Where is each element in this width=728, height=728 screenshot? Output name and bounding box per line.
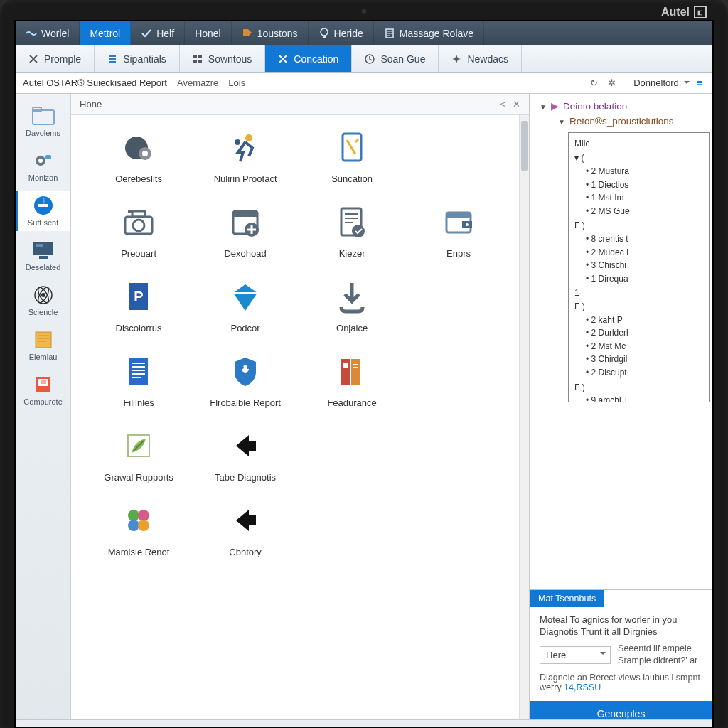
grid-item-nulirin-prootact[interactable]: Nulirin Prootact: [192, 128, 299, 184]
wave-icon: [26, 28, 37, 39]
grid-item-fililnles[interactable]: Fililnles: [85, 352, 192, 408]
menu-honel[interactable]: Honel: [185, 21, 232, 46]
menu-massage-rolave[interactable]: Massage Rolave: [374, 21, 484, 46]
bottom-select[interactable]: Here: [540, 646, 611, 664]
shield-icon: [226, 352, 264, 390]
tree-view: ▼▶Deinto belation ▼Reton®s_prousticlutio…: [530, 94, 712, 589]
svg-rect-12: [46, 155, 51, 159]
grid-item-flrobalble-report[interactable]: Flrobalble Report: [192, 352, 299, 408]
svg-text:P: P: [134, 289, 143, 304]
tablet-icon: [333, 128, 371, 166]
device-brand: Autel ◧: [661, 6, 707, 18]
menubar: Worlel Mettrol Helf Honel 1oustons Herid…: [16, 21, 712, 46]
svg-rect-51: [351, 359, 360, 385]
tab-concation[interactable]: Concation: [265, 46, 352, 72]
tab-sowntous[interactable]: Sowntous: [180, 46, 265, 72]
share-icon[interactable]: <: [500, 99, 505, 109]
grid-item-preouart[interactable]: Preouart: [85, 203, 192, 259]
right-panel: ▼▶Deinto belation ▼Reton®s_prousticlutio…: [530, 94, 712, 727]
x-icon: [278, 54, 288, 64]
main-panel: Hone < ✕ OerebeslitsNulirin ProotactSunc…: [71, 94, 530, 727]
menu-heride[interactable]: Heride: [309, 21, 374, 46]
sidebar-item-compurote[interactable]: Compurote: [16, 370, 70, 410]
svg-point-54: [128, 510, 139, 521]
grid-item-tabe-diagnotis[interactable]: Tabe Diagnotis: [192, 427, 299, 483]
grid-item-label: Mamisle Renot: [108, 547, 170, 557]
grid-item-dexohoad[interactable]: Dexohoad: [192, 203, 299, 259]
sidebar-item-deselated[interactable]: Deselated: [16, 235, 70, 276]
svg-rect-22: [36, 332, 51, 348]
grid-item-label: Nulirin Prootact: [214, 173, 277, 184]
bottom-link[interactable]: 14,RSSU: [564, 682, 601, 692]
tab-newdacs[interactable]: Newdacs: [439, 46, 522, 72]
align-icon[interactable]: ≡: [697, 77, 702, 88]
grid-item-grawal-rupports[interactable]: Grawal Rupports: [85, 427, 192, 483]
grid-item-kiezer[interactable]: Kiezer: [299, 203, 405, 259]
sidebar-item-monizon[interactable]: Monizon: [16, 146, 70, 186]
grid-item-feadurance[interactable]: Feadurance: [299, 352, 405, 408]
menu-worlel[interactable]: Worlel: [16, 21, 80, 46]
grid-item-cbntory[interactable]: Cbntory: [192, 501, 299, 557]
tree-child[interactable]: ▼Reton®s_prousticlutions: [540, 114, 710, 129]
sidebar: Davolems Monizon Suft sent Deselated Sci…: [16, 94, 71, 727]
sidebar-item-sciencle[interactable]: Sciencle: [16, 280, 70, 321]
menu-1oustons[interactable]: 1oustons: [232, 21, 309, 46]
grid-item-label: Flrobalble Report: [210, 397, 281, 408]
grid-item-oerebeslits[interactable]: Oerebeslits: [85, 128, 192, 184]
donneltord-dropdown[interactable]: Donneltord:: [633, 77, 690, 88]
tab-soan-gue[interactable]: Soan Gue: [352, 46, 439, 72]
close-panel-icon[interactable]: ✕: [513, 99, 520, 109]
grid-item-label: Feadurance: [327, 397, 376, 408]
svg-rect-14: [38, 204, 48, 207]
panel-title: Hone: [80, 99, 102, 109]
menu-helf[interactable]: Helf: [131, 21, 185, 46]
monitor-icon: [31, 240, 55, 261]
sidebar-item-davolems[interactable]: Davolems: [16, 101, 70, 141]
grid-item-onjaice[interactable]: Onjaice: [299, 277, 405, 333]
svg-rect-50: [341, 359, 350, 385]
scrollbar[interactable]: [519, 115, 529, 727]
breadcrumb-bar: Autel OSTAR® Suieckisaed Report Avemazre…: [16, 73, 712, 94]
statusbar: [16, 719, 712, 727]
tree-root[interactable]: ▼▶Deinto belation: [540, 100, 710, 114]
grid-item-label: Tabe Diagnotis: [215, 472, 276, 483]
svg-rect-34: [128, 210, 132, 213]
arrowl-icon: [226, 501, 264, 540]
xblue-icon: [226, 277, 264, 316]
sidebar-item-elemiau[interactable]: Elemiau: [16, 325, 70, 365]
bottom-tab[interactable]: Mat Tsennbuts: [530, 590, 604, 607]
grid-item-podcor[interactable]: Podcor: [192, 277, 299, 333]
download-icon: [333, 277, 371, 316]
breadcrumb-sub2[interactable]: Lois: [228, 77, 245, 88]
sidebar-item-suft-sent[interactable]: Suft sent: [16, 191, 70, 231]
x-icon: [28, 54, 38, 64]
svg-point-29: [235, 139, 240, 145]
menu-mettrol[interactable]: Mettrol: [80, 21, 131, 46]
grid-icon: [193, 54, 203, 64]
bottom-line1: Moteal To agnics for worler in you: [540, 614, 702, 625]
minus-circle-icon: [31, 195, 55, 216]
grid-item-discolorrus[interactable]: PDiscolorrus: [85, 277, 192, 333]
breadcrumb-title: Autel OSTAR® Suieckisaed Report: [23, 77, 167, 88]
book-icon: [31, 374, 55, 395]
svg-rect-41: [446, 213, 471, 218]
device-camera: [361, 9, 367, 14]
grid-item-enprs[interactable]: Enprs: [405, 203, 512, 259]
breadcrumb-sub1[interactable]: Avemazre: [177, 77, 218, 88]
grid-item-label: Preouart: [121, 248, 156, 259]
grid-item-suncation[interactable]: Suncation: [299, 128, 405, 184]
bottom-card: Mat Tsennbuts Moteal To agnics for worle…: [530, 589, 712, 727]
tag-icon: [242, 28, 253, 39]
tab-sipantials[interactable]: Sipantials: [95, 46, 180, 72]
grid-item-mamisle-renot[interactable]: Mamisle Renot: [85, 501, 192, 557]
tab-promple[interactable]: Promple: [16, 46, 95, 72]
refresh-icon[interactable]: ↻: [590, 77, 598, 88]
grid-item-label: Cbntory: [229, 547, 262, 557]
svg-point-11: [38, 159, 43, 163]
settings-small-icon[interactable]: ✲: [608, 77, 616, 88]
check-icon: [141, 28, 152, 39]
bottom-foot: Diagnole an Rerect views laubus i smpnt …: [540, 673, 702, 692]
grid-item-label: Discolorrus: [116, 323, 162, 333]
grid-item-label: Enprs: [446, 248, 471, 259]
svg-rect-17: [36, 244, 43, 247]
